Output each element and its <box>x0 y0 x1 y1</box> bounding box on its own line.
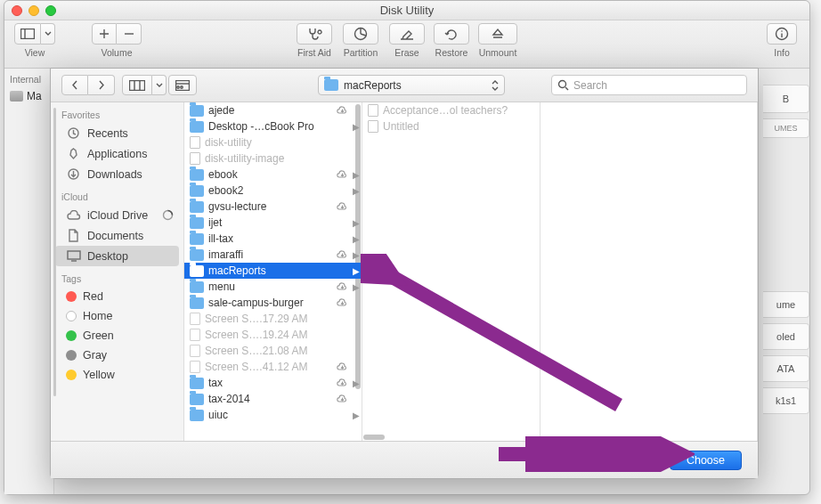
sidebar-item-icloud-drive[interactable]: iCloud Drive <box>55 205 179 225</box>
file-row[interactable]: Screen S….19.24 AM <box>184 327 362 343</box>
chevron-right-icon <box>97 80 105 90</box>
titlebar: Disk Utility <box>4 1 809 20</box>
svg-rect-16 <box>68 251 80 259</box>
sidebar-item-applications[interactable]: Applications <box>55 143 179 164</box>
sidebar-tag-red[interactable]: Red <box>55 287 179 306</box>
nav-forward-button[interactable] <box>88 75 115 95</box>
sidebar-tag-green[interactable]: Green <box>55 326 179 345</box>
browser-column-2[interactable]: Acceptance…ol teachers?Untitled <box>362 102 541 441</box>
file-row[interactable]: ajede <box>184 102 362 118</box>
downloads-icon <box>66 167 81 181</box>
file-row[interactable]: sale-campus-burger <box>184 295 362 311</box>
folder-icon <box>190 217 204 229</box>
chevron-left-icon <box>71 80 79 90</box>
svg-point-4 <box>781 30 783 32</box>
sidebar-label: iCloud Drive <box>87 209 148 222</box>
cancel-button[interactable]: Cancel <box>590 451 659 470</box>
tag-dot-icon <box>66 291 77 302</box>
file-name: Screen S….21.08 AM <box>205 345 331 357</box>
cloud-download-icon <box>336 106 348 115</box>
file-row[interactable]: ebook2▶ <box>184 183 362 199</box>
unmount-button[interactable] <box>478 23 517 45</box>
file-name: Screen S….17.29 AM <box>205 313 331 325</box>
folder-icon <box>190 105 204 117</box>
file-row[interactable]: macReports▶ <box>184 263 362 279</box>
file-row[interactable]: Untitled <box>362 118 540 134</box>
button-label: Cancel <box>607 454 642 467</box>
view-mode-menu-button[interactable] <box>152 75 167 95</box>
image-file-icon <box>190 345 200 357</box>
file-row[interactable]: Acceptance…ol teachers? <box>362 102 540 118</box>
search-field[interactable]: Search <box>551 75 747 95</box>
group-icon <box>175 80 190 91</box>
file-row[interactable]: uiuc▶ <box>184 407 362 423</box>
file-name: ajede <box>208 104 331 117</box>
sidebar-item-desktop[interactable]: Desktop <box>55 246 179 266</box>
file-name: uiuc <box>208 409 331 421</box>
tag-dot-icon <box>66 330 77 341</box>
volume-remove-button[interactable] <box>117 23 142 45</box>
sidebar-tag-yellow[interactable]: Yellow <box>55 365 179 385</box>
restore-button[interactable] <box>434 23 469 45</box>
documents-icon <box>66 229 81 242</box>
file-row[interactable]: ill-tax▶ <box>184 231 362 247</box>
column-h-scrollbar[interactable] <box>363 435 385 440</box>
file-row[interactable]: Screen S….17.29 AM <box>184 311 362 327</box>
folder-icon <box>190 249 204 261</box>
cloud-download-icon <box>336 250 348 259</box>
cloud-icon <box>66 208 81 222</box>
file-row[interactable]: Desktop -…cBook Pro▶ <box>184 118 362 134</box>
internal-heading: Internal <box>4 69 53 87</box>
file-row[interactable]: imaraffi▶ <box>184 247 362 263</box>
file-row[interactable]: menu▶ <box>184 279 362 295</box>
file-row[interactable]: ebook▶ <box>184 167 362 183</box>
choose-button[interactable]: Choose <box>670 451 742 470</box>
view-mode-picker[interactable] <box>122 75 167 95</box>
file-row[interactable]: Screen S….21.08 AM <box>184 343 362 359</box>
sidebar-item-recents[interactable]: Recents <box>55 123 179 143</box>
file-row[interactable]: disk-utility-image <box>184 150 362 167</box>
columns-icon <box>129 80 145 91</box>
file-name: ijet <box>208 216 331 229</box>
obscured-text: B <box>763 85 809 113</box>
restore-icon <box>443 25 460 43</box>
disclosure-triangle-icon: ▶ <box>353 218 358 228</box>
progress-icon <box>162 209 174 221</box>
sidebar-scrollbar[interactable] <box>53 108 56 396</box>
folder-icon <box>190 281 204 293</box>
partition-button[interactable] <box>343 23 378 45</box>
disk-row[interactable]: Ma <box>4 87 53 105</box>
disclosure-triangle-icon: ▶ <box>353 378 358 388</box>
file-row[interactable]: disk-utility <box>184 134 362 150</box>
first-aid-button[interactable] <box>297 23 332 45</box>
erase-button[interactable] <box>389 23 425 45</box>
file-row[interactable]: gvsu-lecture <box>184 199 362 215</box>
columns-view-button[interactable] <box>122 75 152 95</box>
view-label: View <box>13 47 56 58</box>
open-panel-sheet: macReports Search Favorites Recents Appl… <box>50 68 759 479</box>
volume-buttons[interactable] <box>92 23 142 45</box>
obscured-text: oled <box>763 323 809 350</box>
document-icon <box>190 136 200 149</box>
sidebar-tag-home[interactable]: Home <box>55 306 179 326</box>
sidebar-tag-gray[interactable]: Gray <box>55 345 179 365</box>
svg-point-12 <box>559 81 566 88</box>
harddisk-icon <box>10 91 23 102</box>
path-popup[interactable]: macReports <box>318 75 505 95</box>
clock-icon <box>66 126 81 140</box>
file-row[interactable]: tax▶ <box>184 375 362 391</box>
volume-add-button[interactable] <box>92 23 117 45</box>
nav-back-button[interactable] <box>61 75 88 95</box>
sidebar-item-downloads[interactable]: Downloads <box>55 164 179 184</box>
plus-icon <box>99 28 110 39</box>
view-button[interactable] <box>14 23 55 45</box>
browser-column-1[interactable]: ajedeDesktop -…cBook Pro▶disk-utilitydis… <box>184 102 362 441</box>
sidebar-item-documents[interactable]: Documents <box>55 225 179 246</box>
group-by-button[interactable] <box>168 75 197 95</box>
file-row[interactable]: Screen S….41.12 AM <box>184 359 362 375</box>
info-button[interactable] <box>767 23 797 45</box>
browser-column-3[interactable] <box>541 102 758 441</box>
file-row[interactable]: ijet▶ <box>184 215 362 231</box>
file-row[interactable]: tax-2014 <box>184 391 362 407</box>
obscured-text: ATA <box>763 355 809 382</box>
